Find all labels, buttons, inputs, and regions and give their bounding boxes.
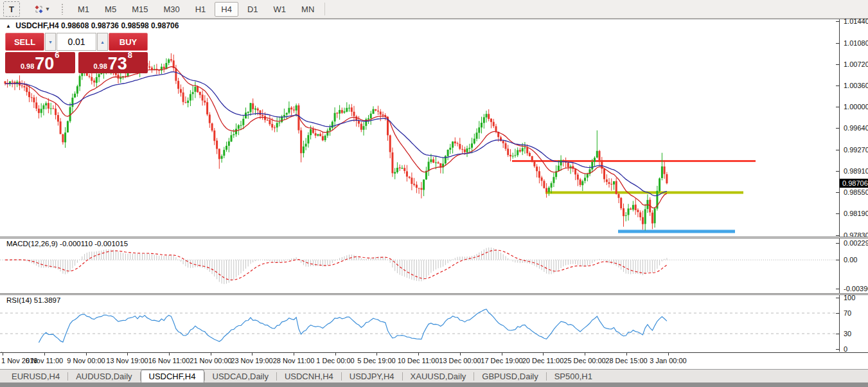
mt4-chart-window: { "toolbar": { "text_tool_label": "T", "…: [0, 0, 868, 387]
tf-button-W1[interactable]: W1: [267, 2, 293, 17]
macd-label: MACD(12,26,9) -0.000110 -0.001015: [6, 240, 128, 248]
one-click-trade-panel: SELL ▼ 0.01 ▲ BUY 0.98 70 6 0.98 73 8: [5, 33, 148, 73]
price-axis: 0.98706 1.014401.010801.007201.003601.00…: [839, 19, 868, 352]
chart-tab-SP500-H1[interactable]: SP500,H1: [547, 370, 600, 382]
tf-button-D1[interactable]: D1: [241, 2, 265, 17]
price-axis-label: 0.98910: [844, 167, 868, 175]
macd-axis-tick: [836, 289, 840, 289]
time-axis-tick: [169, 353, 170, 356]
rsi-axis-tick: [836, 313, 840, 314]
dropdown-caret-icon: ▾: [46, 6, 49, 12]
arrow-objects-button[interactable]: ▾: [30, 1, 53, 17]
chart-symbol-label: USDCHF,H4: [15, 21, 58, 30]
macd-axis-label: 0.002297: [844, 239, 868, 247]
time-axis-tick: [86, 353, 87, 356]
time-axis-tick: [585, 353, 585, 356]
price-axis-label: 0.98550: [844, 188, 868, 196]
price-axis-tick: [836, 171, 840, 172]
time-axis-tick: [44, 353, 45, 356]
chart-tab-USDJPY-H4[interactable]: USDJPY,H4: [342, 370, 402, 382]
toolbar-grip-handle[interactable]: [61, 3, 64, 15]
sell-button[interactable]: SELL: [5, 33, 44, 51]
pane-resize-divider-rsi[interactable]: [0, 293, 868, 295]
chart-tab-USDCHF-H4[interactable]: USDCHF,H4: [141, 370, 204, 382]
price-axis-tick: [836, 43, 840, 44]
rsi-name: RSI(14): [6, 296, 32, 304]
rsi-line: [39, 309, 667, 343]
rsi-axis-label: 70: [844, 309, 851, 317]
rsi-axis-tick: [836, 298, 840, 298]
tf-button-M1[interactable]: M1: [71, 2, 96, 17]
time-axis-tick: [252, 353, 252, 356]
chart-tab-AUDUSD-Daily[interactable]: AUDUSD,Daily: [68, 370, 139, 382]
rsi-axis-label: 30: [844, 330, 851, 338]
price-axis-tick: [836, 128, 840, 129]
chart-tab-bar: EURUSD,H4AUDUSD,DailyUSDCHF,H4USDCAD,Dai…: [0, 369, 868, 382]
chart-title: ▲ USDCHF,H4 0.98608 0.98736 0.98598 0.98…: [6, 21, 179, 30]
price-axis-tick: [836, 21, 840, 22]
rsi-label: RSI(14) 51.3897: [6, 296, 60, 304]
arrange-arrows-icon: [34, 4, 44, 14]
macd-axis-tick: [836, 260, 840, 260]
sell-price-pip: 6: [55, 51, 59, 59]
tf-button-H1[interactable]: H1: [189, 2, 213, 17]
price-axis-tick: [836, 150, 840, 150]
time-axis-tick: [460, 353, 461, 356]
chart-tab-USDCNH-H4[interactable]: USDCNH,H4: [277, 370, 341, 382]
ma-fast-line: [5, 67, 667, 208]
chart-tab-USDCAD-Daily[interactable]: USDCAD,Daily: [205, 370, 276, 382]
price-axis-label: 0.99270: [844, 146, 868, 154]
price-axis-tick: [836, 107, 840, 107]
rsi-axis-label: 0: [844, 345, 847, 353]
rsi-axis-tick: [836, 334, 840, 334]
rsi-canvas: [0, 295, 838, 352]
time-axis-tick: [418, 353, 419, 356]
candles: [4, 53, 668, 231]
text-tool-button[interactable]: T: [3, 1, 20, 17]
price-axis-label: 1.01080: [844, 39, 868, 47]
price-axis-tick: [836, 64, 840, 65]
macd-name: MACD(12,26,9): [6, 240, 58, 248]
price-axis-label: 1.00000: [844, 103, 868, 111]
price-axis-label: 1.00720: [844, 60, 868, 68]
buy-price-prefix: 0.98: [93, 63, 107, 70]
tf-button-MN[interactable]: MN: [295, 2, 321, 17]
chart-tab-XAUUSD-Daily[interactable]: XAUUSD,Daily: [403, 370, 474, 382]
time-axis-tick: [626, 353, 627, 356]
macd-signal-line: [5, 250, 667, 280]
time-axis-tick: [3, 353, 3, 356]
price-axis-tick: [836, 192, 840, 193]
volume-increase-button[interactable]: ▲: [97, 33, 108, 51]
price-axis-tick: [836, 86, 840, 86]
time-axis-label: 3 Jan 00:00: [642, 357, 694, 364]
time-axis-tick: [211, 353, 211, 356]
toolbar-separator: [324, 3, 325, 15]
current-price-tag: 0.98706: [840, 179, 868, 188]
buy-button[interactable]: BUY: [109, 33, 148, 51]
tf-button-H4[interactable]: H4: [215, 2, 238, 17]
buy-price-display[interactable]: 0.98 73 8: [78, 52, 148, 73]
sell-price-big: 70: [35, 57, 54, 71]
time-axis-tick: [335, 353, 336, 356]
chart-tab-EURUSD-H4[interactable]: EURUSD,H4: [4, 370, 67, 382]
ma-slow-line: [5, 72, 667, 196]
volume-decrease-button[interactable]: ▼: [45, 33, 56, 51]
timeframe-button-group: M1M5M15M30H1H4D1W1MN: [70, 2, 322, 17]
buy-price-pip: 8: [128, 51, 132, 59]
top-toolbar: T ▾ M1M5M15M30H1H4D1W1MN: [0, 0, 868, 19]
price-axis-label: 1.01440: [844, 17, 868, 25]
price-axis-tick: [836, 235, 840, 236]
chart-tab-GBPUSD-Daily[interactable]: GBPUSD,Daily: [474, 370, 545, 382]
volume-input[interactable]: 0.01: [57, 33, 96, 51]
tf-button-M5[interactable]: M5: [98, 2, 123, 17]
time-axis-tick: [127, 353, 128, 356]
sell-price-display[interactable]: 0.98 70 6: [5, 52, 75, 73]
time-axis-tick: [294, 353, 294, 356]
tf-button-M15[interactable]: M15: [125, 2, 154, 17]
time-axis: 1 Nov 20186 Nov 11:009 Nov 00:0013 Nov 1…: [0, 352, 868, 368]
pane-resize-divider-macd[interactable]: [0, 237, 868, 239]
macd-axis-label: -0.003904: [844, 285, 868, 292]
tf-button-M30[interactable]: M30: [157, 2, 186, 17]
title-marker-icon: ▲: [6, 23, 11, 29]
rsi-indicator-pane[interactable]: [0, 295, 838, 352]
